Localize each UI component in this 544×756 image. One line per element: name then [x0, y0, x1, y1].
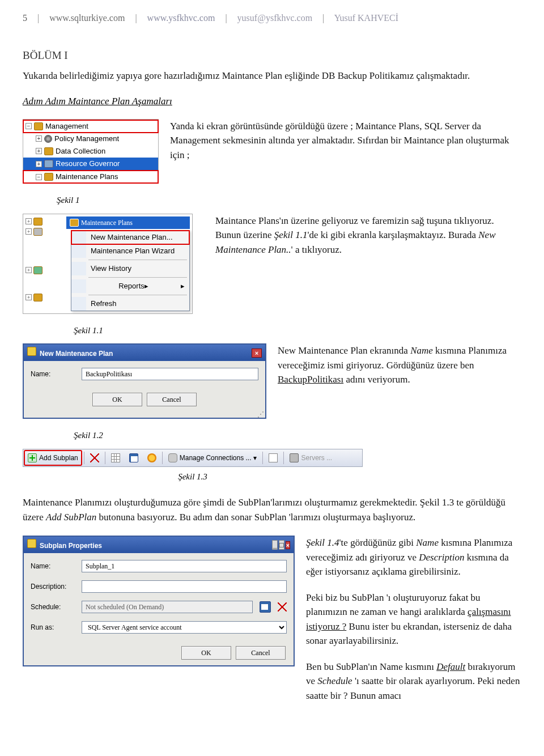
name-input[interactable] — [82, 368, 258, 380]
delete-subplan-button[interactable] — [87, 451, 103, 465]
ok-button[interactable]: OK — [181, 646, 231, 660]
tree-toggle-icon[interactable]: + — [26, 218, 32, 224]
subplan-schedule-input[interactable] — [82, 601, 253, 613]
add-subplan-button[interactable]: Add Subplan — [24, 451, 82, 465]
policy-icon — [44, 135, 52, 143]
clear-schedule-icon[interactable] — [278, 602, 287, 611]
menu-item-new-maintenance-plan[interactable]: New Maintenance Plan... — [71, 231, 189, 244]
tree-toggle-icon[interactable]: − — [26, 123, 32, 129]
folder-icon — [33, 294, 42, 301]
folder-icon — [34, 122, 43, 130]
doc-icon — [269, 453, 278, 462]
menu-item-maintenance-plan-wizard[interactable]: Maintenance Plan Wizard — [71, 244, 189, 258]
name-label: Name: — [31, 561, 75, 571]
link-ysfkhvc: www.ysfkhvc.com — [147, 13, 215, 23]
dialog-description: New Maintenance Plan ekranında Name kısm… — [278, 343, 521, 387]
context-menu: New Maintenance Plan... Maintenance Plan… — [71, 230, 190, 311]
maintenance-plan-toolbar: Add Subplan Manage Connections ... ▾ Ser… — [23, 449, 363, 467]
figure-label-1-3: Şekil 1.3 — [23, 470, 363, 483]
tree-label: Maintenance Plans — [56, 172, 118, 182]
intro-paragraph: Yukarıda belirlediğimiz yapıya gore hazı… — [23, 69, 521, 83]
runas-label: Run as: — [31, 622, 75, 632]
context-menu-description: Maintance Plans'ın üzerine geliyoruz ve … — [215, 214, 521, 257]
tree-item-management[interactable]: − Management — [23, 120, 158, 133]
tree-toggle-icon[interactable]: − — [36, 174, 42, 180]
tree-toggle-icon[interactable]: + — [26, 267, 32, 273]
tree-item-maintenance-plans-selected[interactable]: Maintenance Plans — [66, 216, 190, 229]
plus-icon — [28, 453, 37, 462]
cancel-button[interactable]: Cancel — [236, 646, 286, 660]
menu-separator — [88, 277, 187, 278]
tree-label: Maintenance Plans — [81, 218, 133, 228]
tree-item-policy[interactable]: + Policy Management — [23, 133, 158, 145]
runas-select[interactable]: SQL Server Agent service account — [82, 621, 287, 634]
manage-connections-button[interactable]: Manage Connections ... ▾ — [165, 451, 261, 465]
subplan-paragraph-1: Şekil 1.4'te gördüğünüz gibi Name kısmın… — [306, 536, 521, 579]
add-subplan-label: Add Subplan — [39, 453, 78, 463]
new-maintenance-plan-dialog: New Maintenance Plan × Name: OK Cancel ⋰ — [23, 343, 266, 419]
maximize-icon[interactable]: □ — [279, 540, 284, 550]
description-label: Description: — [31, 581, 75, 592]
sep: | — [225, 13, 227, 23]
spark-icon — [147, 453, 156, 462]
grid-icon — [111, 453, 120, 462]
dialog-title: New Maintenance Plan — [40, 350, 113, 358]
toolbar-schedule-button[interactable] — [126, 451, 142, 465]
tree-toggle-icon[interactable]: + — [26, 228, 32, 235]
menu-item-refresh[interactable]: Refresh — [71, 297, 189, 311]
menu-item-reports[interactable]: Reports▸ — [71, 279, 189, 293]
link-icon — [168, 453, 177, 462]
tree-label: Management — [45, 121, 88, 131]
tree-item-maintenance-plans[interactable]: − Maintenance Plans — [23, 171, 158, 183]
tree-toggle-icon[interactable]: + — [36, 148, 42, 154]
toolbar-doc-button[interactable] — [265, 451, 281, 465]
schedule-picker-icon[interactable] — [260, 601, 271, 613]
toolbar-grid-button[interactable] — [108, 451, 124, 465]
figure-label-1-1: Şekil 1.1 — [74, 324, 521, 337]
context-menu-screenshot: + + + + — [23, 214, 204, 314]
toolbar-description: Maintenance Planımızı oluşturduğumuza gö… — [23, 495, 521, 524]
name-label: Name: — [31, 369, 75, 379]
figure-label-1: Şekil 1 — [57, 194, 521, 207]
section-title: BÖLÜM I — [23, 48, 521, 64]
subplan-description-input[interactable] — [82, 580, 287, 593]
toolbar-spark-button[interactable] — [144, 451, 160, 465]
toolbar-separator — [84, 452, 84, 464]
dialog-title: Subplan Properties — [40, 542, 102, 550]
dialog-titlebar[interactable]: Subplan Properties _□× — [24, 537, 294, 553]
folder-icon — [33, 266, 42, 274]
figure-label-1-2: Şekil 1.2 — [74, 429, 521, 442]
tree-label: Data Collection — [56, 146, 105, 156]
tree-toggle-icon[interactable]: + — [36, 161, 42, 167]
tree-description: Yanda ki ekran görüntüsünde görüldüğü üz… — [170, 119, 521, 163]
tree-toggle-icon[interactable]: + — [26, 294, 32, 300]
dialog-titlebar[interactable]: New Maintenance Plan × — [24, 345, 265, 361]
subplan-properties-dialog: Subplan Properties _□× Name: Description… — [23, 536, 295, 666]
tree-toggle-icon[interactable]: + — [36, 135, 42, 142]
folder-icon — [70, 219, 79, 227]
subplan-name-input[interactable] — [82, 560, 287, 572]
folder-icon — [44, 147, 53, 155]
page-number: 5 — [23, 13, 27, 23]
toolbar-separator — [262, 452, 263, 464]
dropdown-icon: ▾ — [253, 453, 257, 463]
cancel-button[interactable]: Cancel — [147, 393, 197, 406]
tree-item-data-collection[interactable]: + Data Collection — [23, 145, 158, 158]
ok-button[interactable]: OK — [92, 393, 142, 406]
close-icon[interactable]: × — [286, 541, 290, 549]
tree-item-resource-governor[interactable]: + Resource Governor — [23, 158, 158, 170]
close-icon[interactable]: × — [252, 349, 262, 358]
author-email: yusuf@ysfkhvc.com — [237, 13, 313, 23]
minimize-icon[interactable]: _ — [272, 540, 277, 550]
sep: | — [322, 13, 324, 23]
x-icon — [90, 453, 99, 462]
sep: | — [37, 13, 39, 23]
menu-separator — [88, 295, 187, 295]
resize-grip-icon[interactable]: ⋰ — [24, 412, 265, 418]
resource-icon — [44, 160, 53, 168]
servers-button[interactable]: Servers ... — [286, 451, 335, 465]
folder-icon — [33, 218, 42, 226]
ssms-tree-screenshot: − Management + Policy Management + Data … — [23, 119, 159, 184]
folder-icon — [44, 173, 53, 181]
menu-item-view-history[interactable]: View History — [71, 262, 189, 275]
